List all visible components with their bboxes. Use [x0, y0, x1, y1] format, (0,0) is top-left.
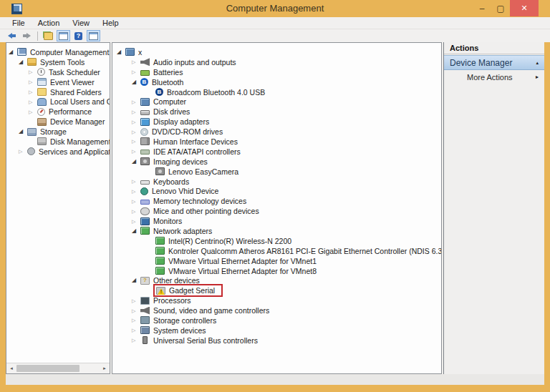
tree-item-processors[interactable]: ▷Processors — [112, 295, 441, 305]
expander-collapsed-icon[interactable]: ▷ — [132, 119, 140, 124]
tree-item-imaging-devices[interactable]: ◢Imaging devices — [112, 157, 441, 167]
scroll-left-arrow-icon[interactable]: ◄ — [6, 366, 16, 371]
tree-item-storage-controllers[interactable]: ▷Storage controllers — [112, 315, 441, 325]
new-window-icon[interactable] — [87, 30, 100, 41]
tree-item-mice-and-other-pointing-devices[interactable]: ▷Mice and other pointing devices — [112, 206, 441, 216]
expander-collapsed-icon[interactable]: ▷ — [132, 129, 140, 134]
window-title: Computer Management — [0, 3, 550, 14]
expander-collapsed-icon[interactable]: ▷ — [29, 79, 37, 84]
expander-collapsed-icon[interactable]: ▷ — [132, 149, 140, 154]
tree-item-ide-ata-atapi-controllers[interactable]: ▷IDE ATA/ATAPI controllers — [112, 147, 441, 157]
tree-item-gadget-serial[interactable]: Gadget Serial — [112, 285, 441, 295]
expander-collapsed-icon[interactable]: ▷ — [132, 209, 140, 214]
forward-icon[interactable] — [20, 30, 34, 41]
expander-expanded-icon[interactable]: ◢ — [19, 59, 26, 65]
expander-collapsed-icon[interactable]: ▷ — [132, 69, 140, 74]
tree-item-services-and-applications[interactable]: ▷Services and Applications — [6, 147, 110, 157]
tree-item-x[interactable]: ◢x — [112, 47, 441, 57]
expander-collapsed-icon[interactable]: ▷ — [132, 59, 140, 64]
menu-file[interactable]: File — [6, 17, 32, 29]
tree-item-storage[interactable]: ◢Storage — [6, 127, 110, 137]
help-icon[interactable] — [72, 30, 85, 41]
tree-item-computer[interactable]: ▷Computer — [112, 97, 441, 107]
tree-item-lenovo-vhid-device[interactable]: ▷Lenovo Vhid Device — [112, 186, 441, 196]
tree-item-broadcom-bluetooth-4-0-usb[interactable]: Broadcom Bluetooth 4.0 USB — [112, 87, 441, 97]
tree-item-display-adapters[interactable]: ▷Display adapters — [112, 117, 441, 127]
tree-item-performance[interactable]: ▷Performance — [6, 107, 110, 117]
expander-collapsed-icon[interactable]: ▷ — [29, 69, 37, 74]
collapse-arrow-icon[interactable]: ▴ — [536, 60, 539, 66]
expander-collapsed-icon[interactable]: ▷ — [29, 109, 37, 114]
menu-help[interactable]: Help — [96, 17, 125, 29]
menu-view[interactable]: View — [66, 17, 96, 29]
expander-expanded-icon[interactable]: ◢ — [132, 228, 140, 234]
menu-action[interactable]: Action — [32, 17, 67, 29]
expander-collapsed-icon[interactable]: ▷ — [132, 109, 140, 114]
expander-collapsed-icon[interactable]: ▷ — [132, 219, 140, 224]
main-area: ◢Computer Management (Local◢System Tools… — [6, 42, 544, 374]
tree-item-network-adapters[interactable]: ◢Network adapters — [112, 226, 441, 236]
tree-item-device-manager[interactable]: Device Manager — [6, 117, 110, 127]
tree-item-disk-management[interactable]: Disk Management — [6, 137, 110, 147]
tree-item-local-users-and-groups[interactable]: ▷Local Users and Groups — [6, 97, 110, 107]
expander-collapsed-icon[interactable]: ▷ — [29, 99, 37, 104]
expander-expanded-icon[interactable]: ◢ — [132, 79, 140, 85]
horizontal-scrollbar[interactable]: ◄ ► — [6, 363, 110, 373]
tree-item-monitors[interactable]: ▷Monitors — [112, 216, 441, 226]
tree-item-dvd-cd-rom-drives[interactable]: ▷DVD/CD-ROM drives — [112, 127, 441, 137]
expander-collapsed-icon[interactable]: ▷ — [132, 179, 140, 184]
expander-collapsed-icon[interactable]: ▷ — [132, 189, 140, 194]
expander-collapsed-icon[interactable]: ▷ — [29, 89, 37, 94]
tree-item-vmware-virtual-ethernet-adapter-for-vmnet8[interactable]: VMware Virtual Ethernet Adapter for VMne… — [112, 266, 441, 276]
tree-item-lenovo-easycamera[interactable]: Lenovo EasyCamera — [112, 167, 441, 177]
minimize-button[interactable]: – — [473, 0, 491, 16]
tree-item-sound-video-and-game-controllers[interactable]: ▷Sound, video and game controllers — [112, 305, 441, 315]
tree-item-universal-serial-bus-controllers[interactable]: ▷Universal Serial Bus controllers — [112, 335, 441, 346]
expander-expanded-icon[interactable]: ◢ — [132, 159, 140, 165]
expander-collapsed-icon[interactable]: ▷ — [132, 99, 140, 104]
warning-icon — [156, 287, 165, 295]
tree-item-system-tools[interactable]: ◢System Tools — [6, 57, 110, 67]
console-window-icon[interactable] — [57, 30, 70, 41]
expander-expanded-icon[interactable]: ◢ — [132, 278, 140, 283]
tree-item-keyboards[interactable]: ▷Keyboards — [112, 177, 441, 187]
titlebar[interactable]: Computer Management –▢✕ — [0, 0, 550, 17]
tree-item-system-devices[interactable]: ▷System devices — [112, 325, 441, 335]
expander-collapsed-icon[interactable]: ▷ — [132, 318, 140, 323]
tree-item-shared-folders[interactable]: ▷Shared Folders — [6, 87, 110, 97]
scrollbar-thumb[interactable] — [16, 365, 79, 372]
tree-item-event-viewer[interactable]: ▷Event Viewer — [6, 77, 110, 87]
tree-item-memory-technology-devices[interactable]: ▷Memory technology devices — [112, 196, 441, 206]
expander-expanded-icon[interactable]: ◢ — [19, 129, 26, 134]
back-icon[interactable] — [5, 30, 19, 41]
expander-collapsed-icon[interactable]: ▷ — [19, 149, 26, 154]
expander-expanded-icon[interactable]: ◢ — [9, 49, 16, 55]
tree-item-vmware-virtual-ethernet-adapter-for-vmnet1[interactable]: VMware Virtual Ethernet Adapter for VMne… — [112, 256, 441, 266]
show-hide-console-tree-icon[interactable] — [42, 30, 55, 41]
tree-item-human-interface-devices[interactable]: ▷Human Interface Devices — [112, 137, 441, 147]
tree-item-audio-inputs-and-outputs[interactable]: ▷Audio inputs and outputs — [112, 57, 441, 67]
expander-collapsed-icon[interactable]: ▷ — [132, 139, 140, 144]
tree-item-disk-drives[interactable]: ▷Disk drives — [112, 107, 441, 117]
scroll-right-arrow-icon[interactable]: ► — [100, 366, 110, 371]
close-button[interactable]: ✕ — [510, 0, 539, 16]
maximize-button[interactable]: ▢ — [491, 0, 510, 16]
actions-group-device-manager[interactable]: Device Manager ▴ — [444, 55, 544, 70]
display-icon — [140, 118, 150, 126]
tree-item-label: Monitors — [153, 217, 182, 225]
expander-collapsed-icon[interactable]: ▷ — [132, 338, 140, 343]
expander-expanded-icon[interactable]: ◢ — [117, 49, 125, 55]
more-actions-item[interactable]: More Actions ▸ — [444, 70, 544, 84]
tree-item-kontroler-qualcomm-atheros-ar8161-pci-e-gigabit-ethernet-controller-ndis-6-30[interactable]: Kontroler Qualcomm Atheros AR8161 PCI-E … — [112, 246, 441, 256]
tree-item-label: Intel(R) Centrino(R) Wireless-N 2200 — [168, 237, 291, 245]
tree-item-intel-r-centrino-r-wireless-n-2200[interactable]: Intel(R) Centrino(R) Wireless-N 2200 — [112, 236, 441, 246]
expander-collapsed-icon[interactable]: ▷ — [132, 199, 140, 204]
tree-item-label: Network adapters — [153, 227, 212, 235]
expander-collapsed-icon[interactable]: ▷ — [132, 328, 140, 333]
tree-item-batteries[interactable]: ▷Batteries — [112, 67, 441, 77]
expander-collapsed-icon[interactable]: ▷ — [132, 298, 140, 303]
tree-item-computer-management-local[interactable]: ◢Computer Management (Local — [6, 47, 110, 57]
expander-collapsed-icon[interactable]: ▷ — [132, 308, 140, 313]
tree-item-bluetooth[interactable]: ◢Bluetooth — [112, 77, 441, 87]
tree-item-task-scheduler[interactable]: ▷Task Scheduler — [6, 67, 110, 77]
